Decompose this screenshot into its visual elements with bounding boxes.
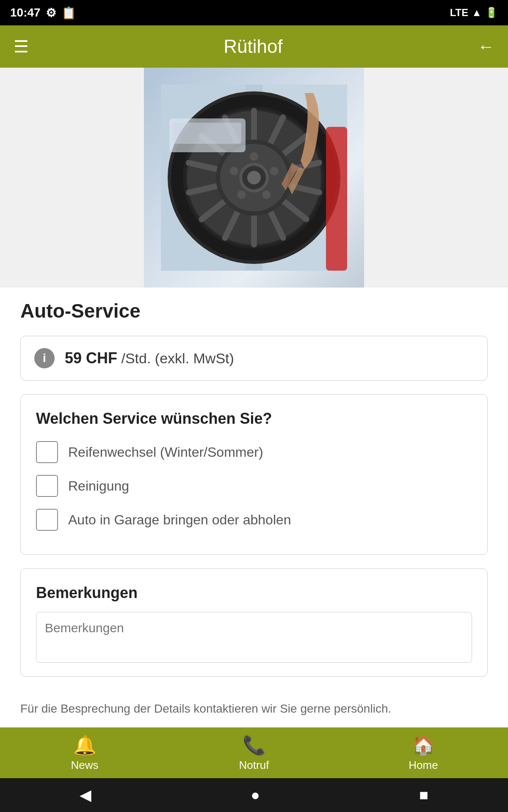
nav-label-news: News xyxy=(71,759,98,772)
nav-item-notruf[interactable]: 📞 Notruf xyxy=(169,734,339,772)
news-bell-icon: 🔔 xyxy=(73,734,97,756)
app-header: ☰ Rütihof ← xyxy=(0,25,508,68)
status-time: 10:47 xyxy=(10,6,41,19)
service-question: Welchen Service wünschen Sie? xyxy=(36,410,472,428)
checkbox-cleaning[interactable]: Reinigung xyxy=(36,475,472,497)
android-home-button[interactable]: ● xyxy=(251,786,260,804)
price-unit: /Std. (exkl. MwSt) xyxy=(121,350,234,366)
lte-icon: LTE xyxy=(450,7,469,19)
checkbox-input-pickup[interactable] xyxy=(36,509,58,531)
hero-image xyxy=(0,68,508,288)
service-title: Auto-Service xyxy=(20,299,488,322)
content-area: Auto-Service i 59 CHF /Std. (exkl. MwSt)… xyxy=(0,288,508,702)
checkbox-tire-change[interactable]: Reifenwechsel (Winter/Sommer) xyxy=(36,441,472,463)
notruf-phone-icon: 📞 xyxy=(243,734,266,756)
svg-point-26 xyxy=(247,171,261,184)
remarks-input[interactable] xyxy=(36,612,472,663)
home-house-icon: 🏠 xyxy=(412,734,435,756)
checkbox-label-cleaning: Reinigung xyxy=(68,478,129,494)
battery-icon: 🔋 xyxy=(485,7,498,19)
nav-item-news[interactable]: 🔔 News xyxy=(0,734,169,772)
android-back-button[interactable]: ◀ xyxy=(80,786,91,804)
settings-icon: ⚙ xyxy=(46,6,56,20)
checkbox-label-tire-change: Reifenwechsel (Winter/Sommer) xyxy=(68,444,263,460)
android-nav-bar: ◀ ● ■ xyxy=(0,778,508,812)
android-recent-button[interactable]: ■ xyxy=(419,786,428,804)
wheel-svg xyxy=(161,85,347,271)
svg-rect-32 xyxy=(326,127,347,271)
checkbox-pickup[interactable]: Auto in Garage bringen oder abholen xyxy=(36,509,472,531)
remarks-box: Bemerkungen xyxy=(20,568,488,677)
main-content: Auto-Service i 59 CHF /Std. (exkl. MwSt)… xyxy=(0,68,508,761)
nav-item-home[interactable]: 🏠 Home xyxy=(339,734,508,772)
price-amount: 59 CHF xyxy=(65,349,117,367)
remarks-title: Bemerkungen xyxy=(36,584,472,602)
checkbox-input-cleaning[interactable] xyxy=(36,475,58,497)
checkbox-label-pickup: Auto in Garage bringen oder abholen xyxy=(68,512,291,528)
info-icon: i xyxy=(34,348,55,368)
status-bar-left: 10:47 ⚙ 📋 xyxy=(10,6,76,20)
hamburger-menu-icon[interactable]: ☰ xyxy=(14,37,29,56)
price-box: i 59 CHF /Std. (exkl. MwSt) xyxy=(20,336,488,381)
checkbox-input-tire-change[interactable] xyxy=(36,441,58,463)
service-selection-box: Welchen Service wünschen Sie? Reifenwech… xyxy=(20,394,488,555)
signal-icon: ▲ xyxy=(472,7,482,19)
app-title: Rütihof xyxy=(29,36,478,57)
wheel-graphic xyxy=(144,68,364,288)
bottom-partial-text: Für die Besprechung der Details kontakti… xyxy=(0,702,508,724)
nav-label-notruf: Notruf xyxy=(239,759,269,772)
status-bar-right: LTE ▲ 🔋 xyxy=(450,7,498,19)
clipboard-icon: 📋 xyxy=(61,6,76,20)
bottom-nav: 🔔 News 📞 Notruf 🏠 Home xyxy=(0,727,508,778)
status-bar: 10:47 ⚙ 📋 LTE ▲ 🔋 xyxy=(0,0,508,25)
back-button[interactable]: ← xyxy=(478,37,494,56)
svg-point-27 xyxy=(250,152,258,161)
price-text: 59 CHF /Std. (exkl. MwSt) xyxy=(65,349,234,367)
svg-rect-34 xyxy=(174,123,241,144)
nav-label-home: Home xyxy=(409,759,438,772)
